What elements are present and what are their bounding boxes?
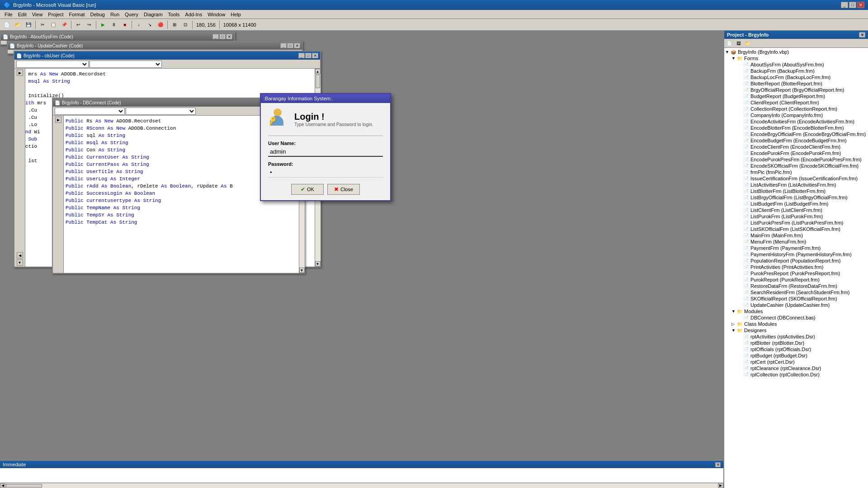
toolbar-copy[interactable]: 📋 [48, 20, 58, 29]
close-dialog-button[interactable]: ✖ Close [327, 184, 360, 195]
immediate-content[interactable] [0, 468, 723, 483]
tree-item-aboutsysfrm[interactable]: 📄AboutSysFrm (AboutSysFrm.frm) [738, 61, 867, 68]
toolbar-redo[interactable]: ↪ [84, 20, 94, 29]
menu-run[interactable]: Run [108, 11, 122, 18]
toolbar-cut[interactable]: ✂ [38, 20, 47, 29]
scroll-up[interactable]: ▲ [315, 69, 321, 74]
proj-toggle-folders[interactable]: 📁 [743, 40, 751, 47]
scroll-down-2[interactable]: ▼ [299, 267, 305, 273]
tree-item-listbudget[interactable]: 📄ListBudgetFrm (ListBudgetFrm.frm) [738, 201, 867, 207]
tree-item-blotterreport[interactable]: 📄BlotterReport (BlotterReport.frm) [738, 80, 867, 87]
toolbar-pause[interactable]: ⏸ [109, 20, 119, 29]
hscroll-left[interactable]: ◀ [0, 483, 5, 488]
tree-item-clientrpt[interactable]: 📄ClientReport (ClientReport.frm) [738, 99, 867, 106]
tree-item-encodepurokpres[interactable]: 📄EncodePurokPresFrm (EncodePurokPresFrm.… [738, 156, 867, 163]
tree-item-searchresident[interactable]: 📄SearchResidentFrm (SearchStudentFrm.frm… [738, 289, 867, 296]
tree-item-encodeclient[interactable]: 📄EncodeClientFrm (EncodeClientFrm.frm) [738, 144, 867, 150]
close-button[interactable]: ✕ [857, 2, 864, 8]
cashier-close[interactable]: ✕ [294, 43, 300, 48]
dbconnect-proc-dropdown[interactable]: (Declarations) [126, 108, 196, 115]
about-close[interactable]: ✕ [226, 34, 232, 39]
tree-item-listclient[interactable]: 📄ListClientFrm (ListClientFrm.frm) [738, 207, 867, 213]
proj-view-code[interactable]: 📄 [725, 40, 733, 47]
password-input[interactable] [268, 168, 383, 178]
proj-view-object[interactable]: 🖼 [734, 40, 742, 47]
tree-item-listact[interactable]: 📄ListActivitiesFrm (ListActivitiesFrm.fr… [738, 182, 867, 188]
tree-item-listpurok[interactable]: 📄ListPurokFrm (ListPurokFrm.frm) [738, 213, 867, 220]
ok-button[interactable]: ✔ OK [291, 184, 324, 195]
tree-item-listskoff[interactable]: 📄ListSKOfficialFrm (ListSKOfficialFrm.fr… [738, 226, 867, 232]
hscroll-thumb[interactable] [6, 484, 42, 488]
menu-tools[interactable]: Tools [165, 11, 183, 18]
toolbar-extra1[interactable]: ⊞ [170, 20, 179, 29]
tree-designers-group[interactable]: ▼ 📁 Designers [731, 327, 867, 333]
menu-file[interactable]: File [2, 11, 15, 18]
menu-edit[interactable]: Edit [15, 11, 29, 18]
immediate-close-btn[interactable]: ✕ [715, 462, 721, 467]
clsuser-close[interactable]: ✕ [312, 53, 318, 58]
toolbar-open[interactable]: 📂 [13, 20, 23, 29]
toolbar-save[interactable]: 💾 [24, 20, 33, 29]
scroll-down[interactable]: ▼ [315, 261, 321, 267]
tree-item-issuecert[interactable]: 📄IssueCertificationFrm (IssueCertificati… [738, 175, 867, 182]
cashier-maximize[interactable]: □ [287, 43, 293, 48]
hscroll-right[interactable]: ▶ [718, 483, 723, 488]
about-minimize[interactable]: _ [212, 34, 219, 39]
tree-item-paymenthistory[interactable]: 📄PaymentHistoryFrm (PaymentHistoryFrm.fr… [738, 251, 867, 258]
project-tree[interactable]: ▼ 📦 BrgyInfo (BrgyInfo.vbp) ▼ 📁 Forms 📄A… [724, 48, 868, 488]
tree-item-encodeskoff[interactable]: 📄EncodeSKOfficialFrm (EncodeSKOfficialFr… [738, 163, 867, 169]
dbconnect-object-dropdown[interactable]: (General) [55, 108, 125, 115]
tree-item-purokrpt[interactable]: 📄PurokReport (PurokReport.frm) [738, 277, 867, 283]
menu-window[interactable]: Window [205, 11, 228, 18]
margin-btn3[interactable]: ▼ [17, 259, 23, 266]
tree-item-rptclearance[interactable]: 📄rptClearance (rptClearance.Dsr) [738, 365, 867, 371]
dbconnect-margin-btn[interactable]: ▶ [55, 117, 61, 123]
toolbar-step[interactable]: ↓ [134, 20, 144, 29]
tree-item-backuplocfrm[interactable]: 📄BackupLocFrm (BackupLocFrm.frm) [738, 74, 867, 80]
project-close-btn[interactable]: ✕ [859, 32, 865, 38]
tree-classmod-group[interactable]: ▷ 📁 Class Modules [731, 321, 867, 327]
toolbar-new[interactable]: 📄 [2, 20, 12, 29]
tree-item-listbrgyoff[interactable]: 📄ListBrgyOfficialFrm (ListBrgyOfficialFr… [738, 194, 867, 201]
toolbar-stop[interactable]: ■ [120, 20, 130, 29]
menu-diagram[interactable]: Diagram [141, 11, 165, 18]
tree-item-listblotter[interactable]: 📄ListBlotterFrm (ListBlotterFrm.frm) [738, 188, 867, 194]
tree-item-paymentfrm[interactable]: 📄PaymentFrm (PaymentFrm.frm) [738, 245, 867, 251]
tree-forms-group[interactable]: ▼ 📁 Forms [731, 55, 867, 61]
menu-format[interactable]: Format [66, 11, 88, 18]
tree-modules-group[interactable]: ▼ 📁 Modules [731, 308, 867, 314]
margin-btn2[interactable]: ◀ [17, 252, 23, 258]
tree-item-listpurokpres[interactable]: 📄ListPurokPresFrm (ListPurokPresFrm.frm) [738, 220, 867, 226]
toolbar-bp[interactable]: 🔴 [156, 20, 165, 29]
tree-item-restoredata[interactable]: 📄RestoreDataFrm (RestoreDataFrm.frm) [738, 283, 867, 289]
tree-item-printact[interactable]: 📄PrintActivities (PrintActivities.frm) [738, 264, 867, 270]
tree-item-mainfrm[interactable]: 📄MainFrm (MainFrm.frm) [738, 232, 867, 239]
clsuser-maximize[interactable]: □ [305, 53, 311, 58]
scroll-thumb[interactable] [316, 75, 320, 88]
menu-debug[interactable]: Debug [87, 11, 107, 18]
menu-addins[interactable]: Add-Ins [182, 11, 205, 18]
tree-item-backupfrm[interactable]: 📄BackupFrm (BackupFrm.frm) [738, 68, 867, 74]
clsuser-object-dropdown[interactable]: (General) [16, 61, 89, 68]
tree-item-budgetrpt[interactable]: 📄BudgetReport (BudgetReport.frm) [738, 93, 867, 99]
toolbar-step2[interactable]: ↘ [145, 20, 155, 29]
toolbar-paste[interactable]: 📌 [59, 20, 69, 29]
tree-item-updatecashier[interactable]: 📄UpdateCashier (UpdateCashier.frm) [738, 302, 867, 308]
tree-item-collectionrpt[interactable]: 📄CollectionReport (CollectionReport.frm) [738, 106, 867, 112]
cashier-minimize[interactable]: _ [280, 43, 287, 48]
menu-project[interactable]: Project [45, 11, 66, 18]
tree-item-rptcollection[interactable]: 📄rptCollection (rptCollection.Dsr) [738, 371, 867, 378]
tree-item-frmpic[interactable]: 📄frmPic (frmPic.frm) [738, 169, 867, 175]
tree-item-populationrpt[interactable]: 📄PopulationReport (PopulationReport.frm) [738, 258, 867, 264]
tree-item-encodepurok[interactable]: 📄EncodePurokFrm (EncodePurokFrm.frm) [738, 150, 867, 156]
tree-item-rptofficials[interactable]: 📄rptOfficials (rptOfficials.Dsr) [738, 346, 867, 352]
menu-query[interactable]: Query [122, 11, 141, 18]
tree-item-rptactivities[interactable]: 📄rptActivities (rptActivities.Dsr) [738, 333, 867, 340]
tree-item-menufrm[interactable]: 📄MenuFrm (MenuFrm.frm) [738, 239, 867, 245]
about-maximize[interactable]: □ [219, 34, 226, 39]
tree-item-rptbudget[interactable]: 📄rptBudget (rptBudget.Dsr) [738, 352, 867, 359]
tree-item-encodebrgyoff[interactable]: 📄EncodeBrgyOfficialFrm (EncodeBrgyOffici… [738, 131, 867, 137]
tree-item-rptblotter[interactable]: 📄rptBlotter (rptBlotter.Dsr) [738, 340, 867, 346]
tree-item-companyinfo[interactable]: 📄CompanyInfo (CompanyInfo.frm) [738, 112, 867, 118]
toolbar-run[interactable]: ▶ [98, 20, 108, 29]
